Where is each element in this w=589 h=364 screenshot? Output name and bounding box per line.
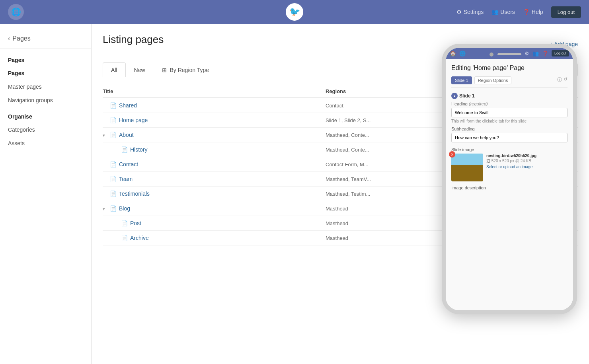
header-right: ⚙ Settings 👥 Users ❓ Help Log out: [456, 6, 581, 18]
image-size-icon: 🖼: [486, 159, 490, 163]
sidebar-divider: [0, 49, 91, 49]
phone-header-icons: 🏠 🌐: [450, 51, 466, 56]
phone-screen: 🏠 🌐 ⚙ 👥 ❓ Log out Editing 'Home page' Pa…: [446, 48, 573, 310]
phone-speaker: [497, 53, 521, 55]
phone-heading-label: Heading (required): [451, 101, 568, 106]
main-content: Listing pages + Add page All New ⊞ By Re…: [92, 24, 589, 364]
phone-select-image-link[interactable]: Select or upload an image: [486, 165, 532, 169]
phone-image-size: 🖼 520 x 520 px @ 24 KB: [486, 159, 536, 163]
phone-reset-icon[interactable]: ↺: [564, 76, 568, 84]
page-icon: 📄: [110, 176, 117, 182]
back-to-pages[interactable]: ‹ Pages: [0, 32, 91, 49]
phone-camera: [490, 53, 493, 56]
phone-required-tag: (required): [469, 101, 488, 106]
pages-section-title: Pages: [0, 54, 91, 66]
main-layout: ‹ Pages Pages Pages Master pages Navigat…: [0, 24, 589, 364]
page-link[interactable]: Team: [119, 176, 133, 182]
page-link[interactable]: Archive: [130, 235, 149, 241]
phone-users-icon: 👥: [532, 51, 539, 56]
phone-thumbnail: [451, 154, 483, 181]
help-nav-item[interactable]: ❓ Help: [523, 9, 543, 15]
phone-tab-region-options[interactable]: Region Options: [474, 76, 512, 84]
page-link[interactable]: Shared: [119, 102, 137, 109]
page-link[interactable]: Blog: [119, 205, 130, 212]
phone-tabs: Slide 1 Region Options ⓘ ↺: [451, 76, 568, 88]
phone-help-icon: ❓: [542, 51, 548, 56]
phone-remove-image-button[interactable]: ✕: [449, 151, 455, 158]
page-icon: 📄: [110, 117, 117, 123]
page-link[interactable]: History: [130, 146, 148, 153]
page-icon: 📄: [121, 146, 128, 153]
page-icon: 📄: [110, 102, 117, 109]
page-link[interactable]: Home page: [119, 117, 148, 123]
bird-logo: 🐦: [286, 3, 303, 21]
phone-info-icon[interactable]: ⓘ: [557, 76, 562, 84]
chevron-left-icon: ‹: [8, 35, 10, 42]
header-left: 🌐: [8, 4, 24, 20]
phone-overlay: 🏠 🌐 ⚙ 👥 ❓ Log out Editing 'Home page' Pa…: [442, 44, 589, 346]
users-label: Users: [500, 9, 515, 15]
sidebar-item-navigation-groups[interactable]: Navigation groups: [0, 93, 91, 107]
tab-all[interactable]: All: [103, 62, 126, 77]
sidebar-item-categories[interactable]: Categories: [0, 123, 91, 136]
phone-section-label: Slide 1: [459, 93, 475, 99]
phone-logout-btn[interactable]: Log out: [552, 50, 569, 56]
app-header: 🌐 🐦 ⚙ Settings 👥 Users ❓ Help Log out: [0, 0, 589, 24]
phone-home-icon: 🏠: [450, 51, 456, 56]
phone-slide1-section: ● Slide 1 Heading (required) This will f…: [451, 93, 568, 190]
phone-image-desc-label: Image description: [451, 185, 568, 190]
page-icon: 📄: [121, 220, 128, 226]
phone-globe-icon: 🌐: [459, 51, 466, 56]
page-icon: 📄: [110, 205, 117, 212]
tab-new[interactable]: New: [126, 62, 154, 77]
tab-by-region-type-label: By Region Type: [170, 67, 209, 73]
tab-by-region-type[interactable]: ⊞ By Region Type: [154, 62, 217, 77]
phone-slide-image-label: Slide image: [451, 147, 568, 152]
settings-nav-item[interactable]: ⚙ Settings: [456, 9, 484, 15]
sidebar-item-pages[interactable]: Pages: [0, 66, 91, 80]
phone-image-row: ✕ nesting-bird-w520h520.jpg 🖼: [451, 154, 568, 181]
phone-heading-hint: This will form the clickable tab for thi…: [451, 119, 568, 123]
settings-label: Settings: [464, 9, 484, 15]
phone-subheading-label: Subheading: [451, 127, 568, 131]
page-icon: 📄: [121, 235, 128, 241]
phone-tab-slide1[interactable]: Slide 1: [451, 76, 472, 84]
gear-icon: ⚙: [456, 9, 462, 15]
page-icon: 📄: [110, 161, 117, 167]
page-title: Listing pages: [103, 33, 164, 46]
sidebar-item-master-pages[interactable]: Master pages: [0, 80, 91, 93]
phone-page-title: Editing 'Home page' Page: [451, 64, 568, 72]
page-link[interactable]: About: [119, 132, 134, 138]
phone-settings-icon: ⚙: [525, 51, 529, 56]
globe-icon: 🌐: [8, 4, 24, 20]
back-label: Pages: [12, 35, 30, 42]
chevron-down-icon: ▾: [103, 206, 105, 211]
users-nav-item[interactable]: 👥 Users: [491, 9, 515, 15]
page-icon: 📄: [110, 132, 117, 138]
phone-shell: 🏠 🌐 ⚙ 👥 ❓ Log out Editing 'Home page' Pa…: [442, 44, 577, 314]
header-center: 🐦: [286, 3, 303, 21]
phone-header-right-icons: ⚙ 👥 ❓ Log out: [525, 50, 569, 56]
page-link[interactable]: Testimonials: [119, 191, 150, 197]
users-icon: 👥: [491, 9, 498, 15]
phone-bird-image: [451, 154, 483, 181]
phone-image-container: ✕: [451, 154, 483, 181]
phone-content: Editing 'Home page' Page Slide 1 Region …: [446, 59, 573, 310]
help-label: Help: [532, 9, 543, 15]
phone-heading-input[interactable]: [451, 108, 568, 117]
page-link[interactable]: Post: [130, 220, 141, 226]
grid-icon: ⊞: [162, 67, 167, 73]
phone-subheading-input[interactable]: [451, 133, 568, 142]
col-header-title: Title: [103, 88, 326, 94]
sidebar-item-assets[interactable]: Assets: [0, 136, 91, 150]
phone-section-icon: ●: [451, 93, 458, 99]
organise-section-title: Organise: [0, 107, 91, 123]
logout-button[interactable]: Log out: [551, 6, 581, 18]
sidebar: ‹ Pages Pages Pages Master pages Navigat…: [0, 24, 92, 364]
help-icon: ❓: [523, 9, 530, 15]
page-link[interactable]: Contact: [119, 161, 138, 167]
phone-section-title: ● Slide 1: [451, 93, 568, 99]
chevron-down-icon: ▾: [103, 133, 105, 138]
phone-image-filename: nesting-bird-w520h520.jpg: [486, 154, 536, 158]
page-icon: 📄: [110, 191, 117, 197]
